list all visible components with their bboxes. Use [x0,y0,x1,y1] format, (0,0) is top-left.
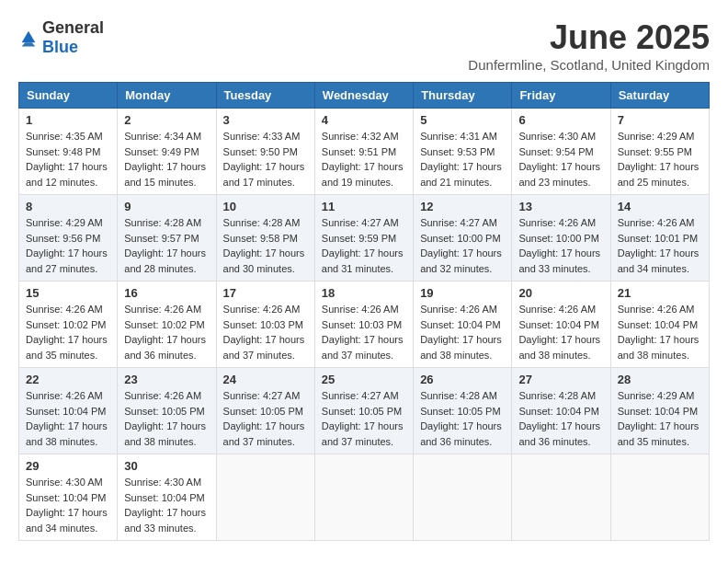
sunset-label: Sunset: 9:53 PM [420,146,495,157]
calendar-cell: 6 Sunrise: 4:30 AM Sunset: 9:54 PM Dayli… [512,109,610,195]
sunset-label: Sunset: 10:04 PM [420,319,500,330]
calendar-day-header: Monday [118,83,216,109]
sunset-label: Sunset: 10:04 PM [618,406,698,417]
sunrise-label: Sunrise: 4:27 AM [322,390,399,401]
day-number: 25 [322,373,406,386]
sunrise-label: Sunrise: 4:26 AM [322,304,399,315]
sunrise-label: Sunrise: 4:26 AM [26,304,103,315]
calendar-cell: 16 Sunrise: 4:26 AM Sunset: 10:02 PM Day… [118,282,216,368]
logo: General Blue [18,18,104,57]
sunset-label: Sunset: 10:05 PM [223,406,303,417]
daylight-label: Daylight: 17 hours and 21 minutes. [420,161,502,188]
sunset-label: Sunset: 10:03 PM [322,319,402,330]
calendar-week-row: 29 Sunrise: 4:30 AM Sunset: 10:04 PM Day… [19,454,710,541]
sunset-label: Sunset: 9:55 PM [618,146,692,157]
daylight-label: Daylight: 17 hours and 30 minutes. [223,247,305,274]
sunset-label: Sunset: 10:04 PM [26,406,106,417]
daylight-label: Daylight: 17 hours and 27 minutes. [26,247,108,274]
day-number: 21 [618,286,702,300]
day-number: 14 [618,200,702,213]
sunrise-label: Sunrise: 4:28 AM [124,217,201,228]
day-number: 2 [124,113,209,127]
calendar-cell: 7 Sunrise: 4:29 AM Sunset: 9:55 PM Dayli… [610,109,709,195]
daylight-label: Daylight: 17 hours and 31 minutes. [322,247,404,274]
day-info: Sunrise: 4:29 AM Sunset: 9:55 PM Dayligh… [618,129,702,190]
sunrise-label: Sunrise: 4:28 AM [223,217,301,228]
day-number: 17 [223,286,308,300]
daylight-label: Daylight: 17 hours and 28 minutes. [124,247,206,274]
day-number: 28 [618,373,702,386]
day-info: Sunrise: 4:26 AM Sunset: 10:01 PM Daylig… [618,215,702,276]
day-number: 8 [26,200,110,213]
calendar-cell: 10 Sunrise: 4:28 AM Sunset: 9:58 PM Dayl… [216,195,314,282]
calendar-cell: 23 Sunrise: 4:26 AM Sunset: 10:05 PM Day… [118,368,216,454]
day-info: Sunrise: 4:28 AM Sunset: 10:05 PM Daylig… [420,388,505,449]
calendar-cell: 13 Sunrise: 4:26 AM Sunset: 10:00 PM Day… [512,195,610,282]
calendar-day-header: Thursday [414,83,512,109]
day-number: 19 [420,286,505,300]
month-title: June 2025 [468,18,710,57]
calendar-cell: 29 Sunrise: 4:30 AM Sunset: 10:04 PM Day… [19,454,118,541]
day-info: Sunrise: 4:34 AM Sunset: 9:49 PM Dayligh… [124,129,209,190]
day-number: 18 [322,286,406,300]
calendar-cell [216,454,314,541]
daylight-label: Daylight: 17 hours and 36 minutes. [124,334,206,361]
sunset-label: Sunset: 10:00 PM [518,233,598,244]
calendar-cell: 8 Sunrise: 4:29 AM Sunset: 9:56 PM Dayli… [19,195,118,282]
daylight-label: Daylight: 17 hours and 33 minutes. [518,247,600,274]
daylight-label: Daylight: 17 hours and 37 minutes. [322,334,404,361]
sunset-label: Sunset: 10:02 PM [124,319,204,330]
sunset-label: Sunset: 9:58 PM [223,233,298,244]
sunrise-label: Sunrise: 4:33 AM [223,131,301,142]
day-number: 5 [420,113,505,127]
daylight-label: Daylight: 17 hours and 35 minutes. [26,334,108,361]
sunset-label: Sunset: 10:05 PM [124,406,204,417]
sunrise-label: Sunrise: 4:30 AM [26,477,103,488]
sunset-label: Sunset: 9:48 PM [26,146,100,157]
logo-text-blue: Blue [42,38,78,56]
calendar-day-header: Sunday [19,83,118,109]
day-info: Sunrise: 4:26 AM Sunset: 10:00 PM Daylig… [518,215,603,276]
sunset-label: Sunset: 10:04 PM [518,319,598,330]
calendar-cell: 4 Sunrise: 4:32 AM Sunset: 9:51 PM Dayli… [314,109,413,195]
calendar-cell: 11 Sunrise: 4:27 AM Sunset: 9:59 PM Dayl… [314,195,413,282]
logo-text-general: General [42,18,104,37]
calendar-cell [314,454,413,541]
calendar-cell: 5 Sunrise: 4:31 AM Sunset: 9:53 PM Dayli… [414,109,512,195]
sunset-label: Sunset: 10:04 PM [26,492,106,503]
day-info: Sunrise: 4:27 AM Sunset: 10:05 PM Daylig… [322,388,406,449]
calendar-cell: 3 Sunrise: 4:33 AM Sunset: 9:50 PM Dayli… [216,109,314,195]
sunrise-label: Sunrise: 4:26 AM [26,390,103,401]
day-info: Sunrise: 4:26 AM Sunset: 10:04 PM Daylig… [26,388,110,449]
calendar-cell: 22 Sunrise: 4:26 AM Sunset: 10:04 PM Day… [19,368,118,454]
title-block: June 2025 Dunfermline, Scotland, United … [468,18,710,73]
sunset-label: Sunset: 10:00 PM [420,233,500,244]
calendar-cell [512,454,610,541]
day-number: 10 [223,200,308,213]
day-number: 16 [124,286,209,300]
daylight-label: Daylight: 17 hours and 34 minutes. [26,507,108,534]
daylight-label: Daylight: 17 hours and 36 minutes. [518,420,600,447]
day-number: 4 [322,113,406,127]
day-info: Sunrise: 4:30 AM Sunset: 9:54 PM Dayligh… [518,129,603,190]
calendar-cell: 14 Sunrise: 4:26 AM Sunset: 10:01 PM Day… [610,195,709,282]
day-info: Sunrise: 4:29 AM Sunset: 10:04 PM Daylig… [618,388,702,449]
sunset-label: Sunset: 10:02 PM [26,319,106,330]
location: Dunfermline, Scotland, United Kingdom [468,57,710,73]
sunrise-label: Sunrise: 4:31 AM [420,131,497,142]
day-number: 24 [223,373,308,386]
sunset-label: Sunset: 10:05 PM [322,406,402,417]
sunset-label: Sunset: 10:03 PM [223,319,303,330]
calendar-week-row: 15 Sunrise: 4:26 AM Sunset: 10:02 PM Day… [19,282,710,368]
sunset-label: Sunset: 10:05 PM [420,406,500,417]
day-info: Sunrise: 4:26 AM Sunset: 10:02 PM Daylig… [124,302,209,362]
day-info: Sunrise: 4:28 AM Sunset: 9:58 PM Dayligh… [223,215,308,276]
calendar-cell: 20 Sunrise: 4:26 AM Sunset: 10:04 PM Day… [512,282,610,368]
daylight-label: Daylight: 17 hours and 35 minutes. [618,420,700,447]
sunrise-label: Sunrise: 4:27 AM [223,390,301,401]
sunrise-label: Sunrise: 4:32 AM [322,131,399,142]
day-number: 22 [26,373,110,386]
calendar-day-header: Tuesday [216,83,314,109]
sunrise-label: Sunrise: 4:26 AM [518,217,596,228]
sunrise-label: Sunrise: 4:26 AM [124,304,201,315]
